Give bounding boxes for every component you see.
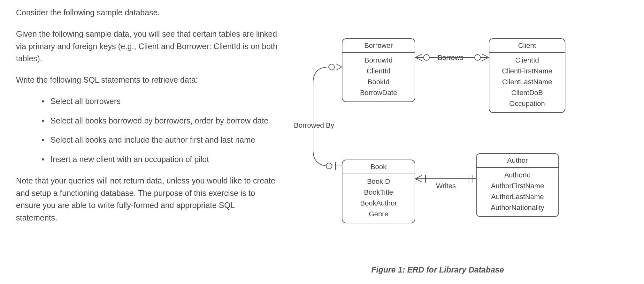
svg-line-2 xyxy=(415,57,422,61)
erd-connectors xyxy=(294,26,581,255)
svg-line-6 xyxy=(482,57,489,61)
svg-line-8 xyxy=(336,67,342,70)
intro-paragraph-1: Consider the following sample database. xyxy=(16,6,278,19)
outro-paragraph: Note that your queries will not return d… xyxy=(16,175,278,224)
task-list: Select all borrowers Select all books bo… xyxy=(16,95,278,166)
intro-paragraph-3: Write the following SQL statements to re… xyxy=(16,74,278,86)
intro-paragraph-2: Given the following sample data, you wil… xyxy=(16,28,278,65)
instructions-column: Consider the following sample database. … xyxy=(16,6,288,278)
svg-point-4 xyxy=(475,55,480,60)
page: Consider the following sample database. … xyxy=(0,0,644,284)
task-item: Select all borrowers xyxy=(42,95,278,108)
task-item: Select all books and include the author … xyxy=(42,134,278,146)
svg-point-3 xyxy=(424,55,429,60)
erd-column: Borrower BorrowId ClientId BookId Borrow… xyxy=(288,6,628,278)
erd-caption: Figure 1: ERD for Library Database xyxy=(294,265,581,274)
erd-diagram: Borrower BorrowId ClientId BookId Borrow… xyxy=(294,26,581,274)
svg-line-14 xyxy=(415,179,422,182)
task-item: Select all books borrowed by borrowers, … xyxy=(42,115,278,127)
svg-line-7 xyxy=(336,64,342,67)
svg-line-13 xyxy=(415,176,422,179)
svg-point-9 xyxy=(329,64,334,70)
svg-point-11 xyxy=(326,163,332,169)
task-item: Insert a new client with an occupation o… xyxy=(42,153,278,166)
svg-line-5 xyxy=(482,54,489,57)
svg-line-1 xyxy=(415,54,422,57)
